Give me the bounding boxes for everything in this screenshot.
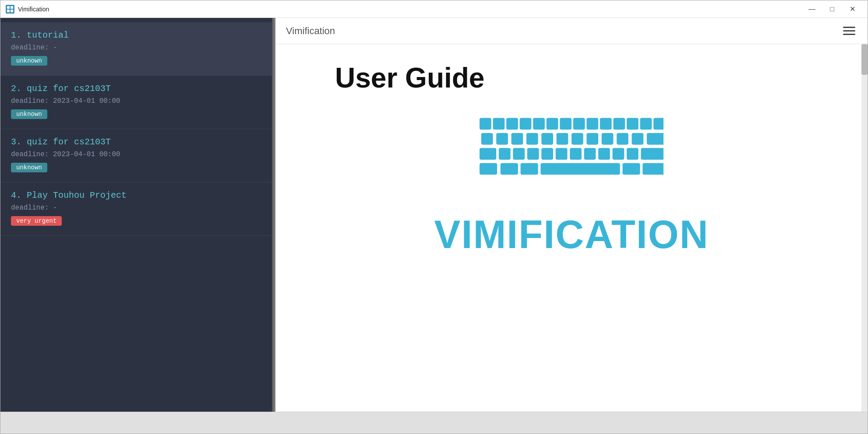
logo-area: VIMIFICATION <box>309 112 834 257</box>
svg-rect-29 <box>647 133 663 145</box>
svg-rect-11 <box>573 118 585 130</box>
task-item-1[interactable]: 1. tutorialdeadline: -unknown <box>0 22 272 76</box>
scrollbar-thumb[interactable] <box>861 44 868 75</box>
svg-rect-16 <box>640 118 652 130</box>
taskbar <box>0 412 868 434</box>
task-deadline-1: deadline: - <box>11 44 261 52</box>
svg-rect-9 <box>547 118 558 130</box>
svg-rect-41 <box>641 148 663 160</box>
svg-rect-0 <box>7 6 10 9</box>
window-title: Vimification <box>18 6 802 13</box>
svg-rect-43 <box>501 163 518 175</box>
window-controls: — □ ✕ <box>802 3 862 16</box>
svg-rect-15 <box>627 118 639 130</box>
svg-rect-4 <box>480 118 491 130</box>
svg-rect-38 <box>598 148 610 160</box>
svg-rect-22 <box>541 133 553 145</box>
title-bar: Vimification — □ ✕ <box>0 0 868 18</box>
app-icon <box>6 5 14 14</box>
task-deadline-2: deadline: 2023-04-01 00:00 <box>11 97 261 105</box>
svg-rect-17 <box>653 118 663 130</box>
svg-rect-21 <box>526 133 538 145</box>
task-item-3[interactable]: 3. quiz for cs2103Tdeadline: 2023-04-01 … <box>0 129 272 182</box>
svg-rect-19 <box>496 133 508 145</box>
svg-rect-46 <box>622 163 640 175</box>
svg-rect-39 <box>613 148 625 160</box>
content-body: User Guide <box>275 44 868 412</box>
task-title-2: 2. quiz for cs2103T <box>11 84 261 94</box>
task-title-1: 1. tutorial <box>11 30 261 40</box>
hamburger-icon <box>843 27 855 28</box>
svg-rect-2 <box>7 10 10 12</box>
task-deadline-3: deadline: 2023-04-01 00:00 <box>11 150 261 158</box>
task-title-3: 3. quiz for cs2103T <box>11 137 261 147</box>
panel-divider[interactable] <box>272 18 275 412</box>
svg-rect-6 <box>506 118 518 130</box>
main-content: 1. tutorialdeadline: -unknown2. quiz for… <box>0 18 868 412</box>
svg-rect-20 <box>512 133 523 145</box>
svg-rect-42 <box>480 163 497 175</box>
content-header: Vimification <box>275 18 868 44</box>
svg-rect-45 <box>540 163 620 175</box>
svg-rect-30 <box>480 148 496 160</box>
svg-rect-1 <box>11 6 13 9</box>
svg-rect-33 <box>527 148 539 160</box>
svg-rect-13 <box>600 118 612 130</box>
content-panel: Vimification User Guide <box>275 18 868 412</box>
svg-rect-31 <box>499 148 511 160</box>
task-badge-1: unknown <box>11 56 47 66</box>
maximize-button[interactable]: □ <box>822 3 842 16</box>
close-button[interactable]: ✕ <box>842 3 862 16</box>
svg-rect-32 <box>513 148 525 160</box>
content-header-title: Vimification <box>286 25 335 37</box>
hamburger-button[interactable] <box>841 25 857 37</box>
svg-rect-24 <box>572 133 583 145</box>
svg-rect-3 <box>11 10 13 12</box>
task-badge-4: very urgent <box>11 216 62 226</box>
task-item-4[interactable]: 4. Play Touhou Projectdeadline: -very ur… <box>0 182 272 236</box>
page-title: User Guide <box>335 62 834 94</box>
task-item-2[interactable]: 2. quiz for cs2103Tdeadline: 2023-04-01 … <box>0 76 272 129</box>
svg-rect-47 <box>642 163 663 175</box>
svg-rect-44 <box>521 163 538 175</box>
svg-rect-18 <box>481 133 493 145</box>
scrollbar-track[interactable] <box>861 44 868 412</box>
task-badge-2: unknown <box>11 109 47 119</box>
svg-rect-40 <box>627 148 639 160</box>
svg-rect-10 <box>560 118 572 130</box>
svg-rect-7 <box>520 118 532 130</box>
svg-rect-37 <box>584 148 596 160</box>
svg-rect-25 <box>586 133 598 145</box>
svg-rect-12 <box>586 118 598 130</box>
svg-rect-35 <box>556 148 568 160</box>
main-window: Vimification — □ ✕ 1. tutorialdeadline: … <box>0 0 868 434</box>
svg-rect-14 <box>613 118 625 130</box>
minimize-button[interactable]: — <box>802 3 822 16</box>
task-deadline-4: deadline: - <box>11 204 261 212</box>
keyboard-logo <box>480 112 663 208</box>
svg-rect-26 <box>602 133 614 145</box>
svg-rect-23 <box>557 133 568 145</box>
task-badge-3: unknown <box>11 163 47 172</box>
brand-name: VIMIFICATION <box>434 212 709 257</box>
svg-rect-8 <box>533 118 545 130</box>
hamburger-icon <box>843 30 855 32</box>
svg-rect-27 <box>617 133 628 145</box>
svg-rect-5 <box>493 118 505 130</box>
svg-rect-34 <box>541 148 553 160</box>
svg-rect-28 <box>632 133 643 145</box>
svg-rect-36 <box>570 148 582 160</box>
task-title-4: 4. Play Touhou Project <box>11 190 261 200</box>
hamburger-icon <box>843 34 855 35</box>
sidebar[interactable]: 1. tutorialdeadline: -unknown2. quiz for… <box>0 18 272 412</box>
